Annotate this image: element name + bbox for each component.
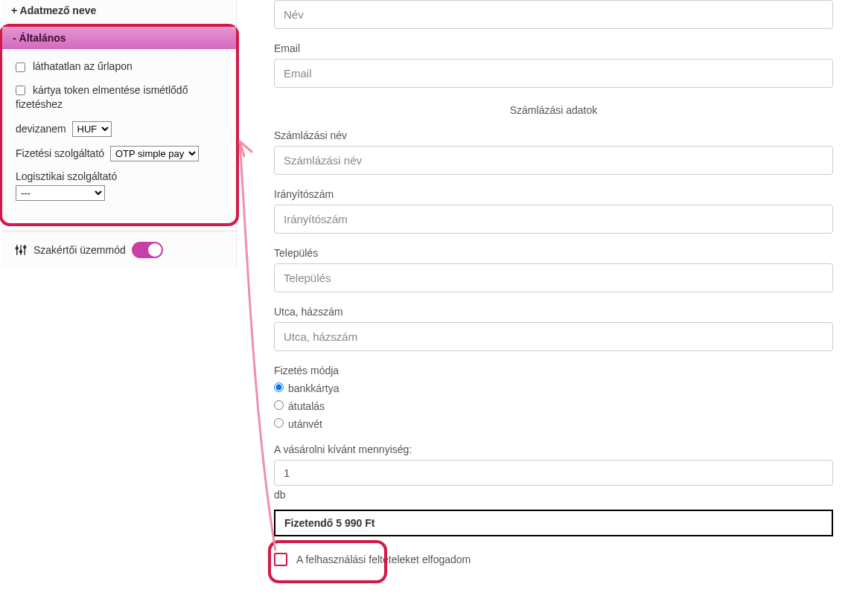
form-preview: Email Számlázási adatok Számlázási név I…	[247, 0, 844, 566]
sliders-icon	[14, 243, 28, 257]
paymethod-transfer-radio[interactable]	[274, 400, 284, 410]
card-token-label: kártya token elmentése ismétlődő fizetés…	[16, 84, 188, 111]
city-input[interactable]	[274, 263, 833, 292]
svg-point-3	[16, 247, 18, 249]
currency-select[interactable]: HUF	[72, 121, 112, 137]
name-input[interactable]	[274, 0, 833, 29]
card-token-checkbox[interactable]	[16, 86, 25, 95]
street-label: Utca, házszám	[274, 306, 833, 318]
terms-row: A felhasználási feltételeket elfogadom	[274, 553, 833, 566]
payment-provider-label: Fizetési szolgáltató	[16, 147, 104, 159]
paymethod-transfer-label: átutalás	[288, 400, 325, 412]
expert-mode-row: Szakértői üzemmód	[2, 231, 236, 269]
logistics-label: Logisztikai szolgáltató	[16, 170, 223, 182]
payment-method-group: bankkártya átutalás utánvét	[274, 382, 833, 430]
street-input[interactable]	[274, 322, 833, 351]
city-label: Település	[274, 247, 833, 259]
expert-mode-toggle[interactable]	[132, 242, 163, 258]
total-amount-box: Fizetendő 5 990 Ft	[274, 510, 833, 536]
email-input[interactable]	[274, 59, 833, 88]
billing-section-title: Számlázási adatok	[274, 104, 833, 116]
payment-method-label: Fizetés módja	[274, 365, 833, 376]
email-label: Email	[274, 42, 833, 54]
terms-label: A felhasználási feltételeket elfogadom	[296, 554, 471, 565]
general-section-header[interactable]: - Általános	[2, 27, 236, 49]
paymethod-cod-label: utánvét	[288, 418, 322, 430]
paymethod-cod-radio[interactable]	[274, 418, 284, 428]
sidebar: + Adatmező neve - Általános láthatatlan …	[2, 0, 237, 269]
invisible-checkbox-label: láthatatlan az űrlapon	[33, 60, 133, 72]
billing-name-label: Számlázási név	[274, 129, 833, 141]
svg-point-5	[24, 246, 26, 248]
qty-unit: db	[274, 489, 833, 501]
invisible-checkbox[interactable]	[16, 62, 25, 72]
expert-mode-label: Szakértői üzemmód	[34, 244, 126, 256]
zip-label: Irányítószám	[274, 188, 833, 200]
terms-checkbox[interactable]	[274, 553, 287, 566]
billing-name-input[interactable]	[274, 146, 833, 175]
svg-point-4	[20, 251, 22, 253]
general-section-body: láthatatlan az űrlapon kártya token elme…	[2, 49, 236, 220]
currency-label: devizanem	[16, 123, 66, 135]
payment-provider-select[interactable]: OTP simple pay	[110, 146, 199, 161]
logistics-select[interactable]: ---	[16, 185, 105, 201]
general-section-highlight: - Általános láthatatlan az űrlapon kárty…	[0, 24, 239, 226]
add-field-row[interactable]: + Adatmező neve	[2, 0, 236, 24]
paymethod-card-label: bankkártya	[288, 382, 339, 394]
paymethod-card-radio[interactable]	[274, 382, 284, 392]
zip-input[interactable]	[274, 205, 833, 234]
qty-input[interactable]	[274, 460, 833, 486]
qty-label: A vásárolni kívánt mennyiség:	[274, 443, 833, 455]
